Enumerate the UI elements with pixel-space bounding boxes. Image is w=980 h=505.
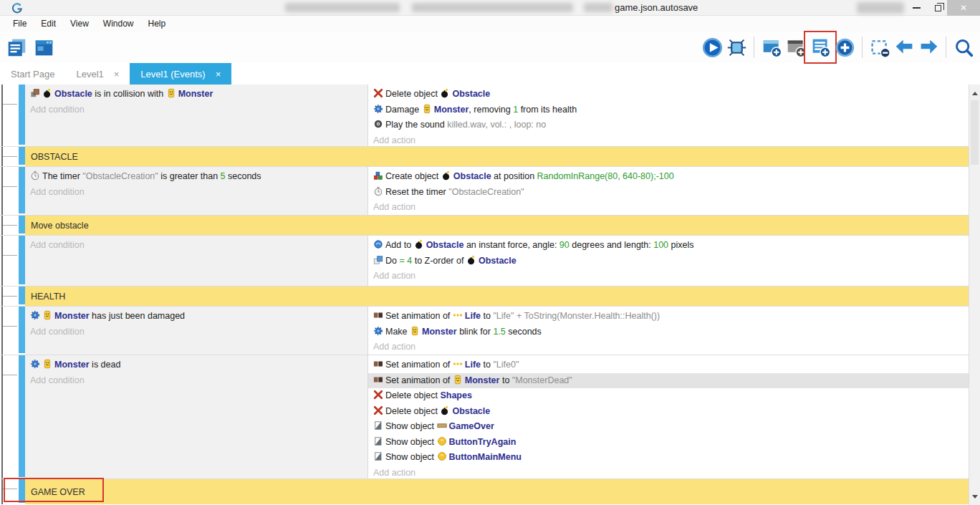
event-action[interactable]: Show object GameOver	[368, 419, 969, 435]
actions-column[interactable]: Create object Obstacle at position Rando…	[368, 167, 969, 215]
menu-view[interactable]: View	[63, 16, 96, 31]
tab-level1[interactable]: Level1×	[65, 63, 130, 85]
event-selection-bar[interactable]	[19, 355, 25, 477]
menu-edit[interactable]: Edit	[34, 16, 63, 31]
undo-icon	[894, 37, 915, 58]
event-action[interactable]: Create object Obstacle at position Rando…	[368, 169, 969, 185]
monster-icon	[410, 326, 420, 336]
add-action-link[interactable]: Add action	[368, 466, 969, 480]
event-condition[interactable]: The timer "ObstacleCreation" is greater …	[25, 169, 368, 185]
event-selection-bar[interactable]	[19, 147, 25, 165]
text-segment: is dead	[90, 360, 121, 370]
event-action[interactable]: Set animation of Monster to "MonsterDead…	[368, 373, 969, 389]
event-action[interactable]: Delete object Shapes	[368, 388, 969, 404]
animation-icon	[373, 375, 383, 385]
tab-level1-events-[interactable]: Level1 (Events)×	[130, 63, 231, 85]
tab-start-page[interactable]: Start Page	[0, 63, 65, 85]
value: 100	[653, 240, 668, 250]
conditions-column[interactable]: Monster has just been damagedAdd conditi…	[25, 307, 368, 355]
conditions-column[interactable]: Add condition	[25, 236, 368, 286]
minimize-button[interactable]	[905, 0, 927, 16]
scene-editor-button[interactable]	[32, 35, 56, 59]
event-condition[interactable]: Monster is dead	[25, 357, 368, 373]
event-action[interactable]: Delete object Obstacle	[368, 87, 969, 102]
object-reference: Life	[465, 311, 481, 321]
menu-help[interactable]: Help	[141, 16, 173, 31]
add-external-button[interactable]	[784, 35, 808, 59]
group-header[interactable]: HEALTH	[25, 287, 969, 306]
menu-window[interactable]: Window	[96, 16, 141, 31]
event-selection-bar[interactable]	[19, 85, 25, 145]
add-action-link[interactable]: Add action	[368, 269, 969, 284]
event-selection-bar[interactable]	[19, 236, 25, 284]
text-segment: Delete object	[385, 406, 440, 416]
search-button[interactable]	[951, 35, 976, 59]
actions-column[interactable]: Delete object ObstacleDamage Monster, re…	[368, 85, 969, 146]
debug-button[interactable]	[724, 35, 749, 59]
close-tab-icon[interactable]: ×	[216, 69, 221, 80]
remove-selection-button[interactable]	[868, 35, 892, 59]
actions-column[interactable]: Set animation of Life to "Life0"Set anim…	[368, 355, 969, 478]
play-button[interactable]	[700, 35, 724, 59]
event-action[interactable]: Show object ButtonTryAgain	[368, 435, 969, 451]
add-action-link[interactable]: Add action	[368, 340, 969, 355]
object-reference: Monster	[178, 89, 213, 99]
object-reference: Life	[465, 360, 481, 370]
group-header-label: GAME OVER	[31, 487, 85, 497]
event-action[interactable]: Delete object Obstacle	[368, 404, 969, 420]
event-action[interactable]: Make Monster blink for 1.5 seconds	[368, 324, 969, 340]
add-condition-link[interactable]: Add condition	[25, 373, 368, 389]
sound-icon	[373, 119, 383, 129]
conditions-column[interactable]: The timer "ObstacleCreation" is greater …	[25, 167, 368, 215]
scroll-up-arrow-icon[interactable]	[969, 87, 980, 99]
event-selection-bar[interactable]	[19, 479, 25, 503]
event-action[interactable]: Damage Monster, removing 1 from its heal…	[368, 102, 969, 118]
event-selection-bar[interactable]	[19, 216, 25, 234]
value: 5	[221, 171, 226, 181]
add-action-link[interactable]: Add action	[368, 133, 969, 148]
menu-bar: FileEditViewWindowHelp	[0, 16, 980, 32]
close-button[interactable]: ✕	[947, 0, 980, 16]
scrollbar-thumb[interactable]	[971, 100, 979, 165]
create-icon	[373, 170, 383, 181]
redo-button[interactable]	[916, 35, 941, 59]
maximize-button[interactable]	[928, 0, 947, 16]
group-header[interactable]: OBSTACLE	[25, 147, 969, 166]
conditions-column[interactable]: Monster is deadAdd condition	[25, 355, 368, 478]
actions-column[interactable]: Set animation of Life to "Life" + ToStri…	[368, 307, 969, 355]
group-header[interactable]: GAME OVER	[25, 479, 969, 504]
add-object-button[interactable]	[759, 35, 784, 59]
gameover-icon	[437, 420, 447, 431]
scroll-down-arrow-icon[interactable]	[969, 491, 980, 502]
toolbar-separator	[862, 37, 863, 58]
vertical-scrollbar[interactable]	[969, 85, 980, 505]
add-circle-button[interactable]	[832, 35, 857, 59]
event-action[interactable]: Do = 4 to Z-order of Obstacle	[368, 254, 969, 269]
add-action-link[interactable]: Add action	[368, 200, 969, 216]
group-header[interactable]: Move obstacle	[25, 216, 969, 235]
undo-button[interactable]	[892, 35, 916, 59]
event-selection-bar[interactable]	[19, 287, 25, 304]
event-condition[interactable]: Obstacle is in collision with Monster	[25, 87, 368, 102]
close-tab-icon[interactable]: ×	[114, 69, 120, 80]
event-action[interactable]: Reset the timer "ObstacleCreation"	[368, 185, 969, 201]
event-action[interactable]: Set animation of Life to "Life0"	[368, 357, 969, 373]
damage-icon	[30, 359, 40, 369]
add-condition-link[interactable]: Add condition	[25, 324, 368, 340]
add-condition-link[interactable]: Add condition	[25, 102, 368, 118]
events-sheet-button[interactable]	[4, 35, 29, 59]
event-selection-bar[interactable]	[19, 307, 25, 353]
conditions-column[interactable]: Obstacle is in collision with MonsterAdd…	[25, 85, 368, 146]
actions-column[interactable]: Add to Obstacle an instant force, angle:…	[368, 236, 969, 286]
add-event-button[interactable]	[808, 35, 832, 59]
event-selection-bar[interactable]	[19, 167, 25, 213]
event-action[interactable]: Play the sound killed.wav, vol.: , loop:…	[368, 117, 969, 133]
add-condition-link[interactable]: Add condition	[25, 185, 368, 201]
add-condition-link[interactable]: Add condition	[25, 238, 368, 254]
event-action[interactable]: Show object ButtonMainMenu	[368, 450, 969, 466]
text-segment: Make	[385, 327, 410, 337]
event-condition[interactable]: Monster has just been damaged	[25, 309, 368, 324]
menu-file[interactable]: File	[6, 16, 34, 31]
event-action[interactable]: Set animation of Life to "Life" + ToStri…	[368, 309, 969, 324]
event-action[interactable]: Add to Obstacle an instant force, angle:…	[368, 238, 969, 254]
